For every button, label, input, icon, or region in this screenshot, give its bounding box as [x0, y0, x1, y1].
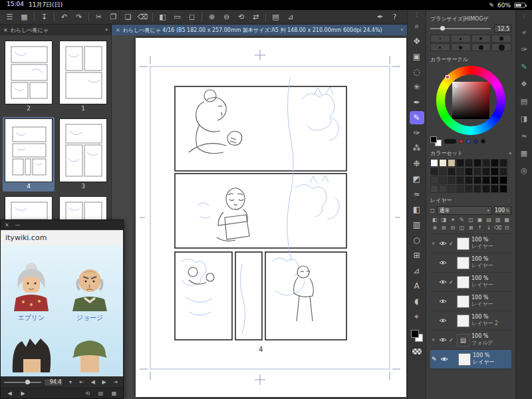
- color-swatch[interactable]: [482, 185, 490, 193]
- color-swatch[interactable]: [499, 159, 507, 167]
- grid-palette-icon[interactable]: ▦: [521, 149, 527, 158]
- brush-palette-icon[interactable]: ✑: [521, 45, 527, 54]
- zoom-out-icon[interactable]: ⊖: [219, 11, 233, 23]
- paste-icon[interactable]: ❏: [121, 11, 135, 23]
- layer-action-icon[interactable]: ▣: [475, 217, 485, 223]
- grid-icon[interactable]: ▤: [269, 11, 283, 23]
- color-swatch[interactable]: [499, 168, 507, 176]
- layer-action-icon[interactable]: ▾: [448, 217, 458, 223]
- list-palette-icon[interactable]: ▤: [521, 97, 527, 106]
- color-swatch[interactable]: [491, 176, 499, 184]
- foreground-color-chip[interactable]: [430, 136, 437, 143]
- close-icon[interactable]: ✕: [5, 222, 9, 228]
- layer-action-icon[interactable]: ⊞: [440, 225, 449, 231]
- visibility-eye-icon[interactable]: [440, 356, 448, 362]
- layer-thumbnail[interactable]: [457, 237, 469, 250]
- brush-size-slider[interactable]: [430, 28, 491, 29]
- color-swatch[interactable]: [439, 168, 447, 176]
- tool-ruler[interactable]: ⊿: [410, 264, 424, 277]
- cut-icon[interactable]: ✂: [92, 11, 106, 23]
- prev-icon[interactable]: ◀: [88, 379, 97, 385]
- foreground-background-colors[interactable]: [411, 330, 423, 342]
- sv-cursor[interactable]: [454, 84, 458, 88]
- manga-page[interactable]: 4: [136, 38, 406, 397]
- color-swatch[interactable]: [499, 176, 507, 184]
- layer-action-icon[interactable]: ⊠: [466, 225, 475, 231]
- close-icon[interactable]: ✕: [3, 27, 8, 33]
- copy-icon[interactable]: ❐: [106, 11, 120, 23]
- color-swatch[interactable]: [473, 185, 481, 193]
- rotate-icon[interactable]: ⟲: [234, 11, 248, 23]
- tool-frame[interactable]: ⊞: [410, 249, 424, 262]
- minimize-icon[interactable]: —: [15, 222, 21, 228]
- page-manager-tab[interactable]: ✕ わらしべ長にゃ ▾: [0, 25, 112, 35]
- page-thumbnail-selected[interactable]: 4: [3, 117, 55, 192]
- layer-thumbnail[interactable]: [457, 257, 469, 269]
- subview-image[interactable]: エブリン ジョージ: [1, 245, 123, 376]
- color-swatch[interactable]: [491, 185, 499, 193]
- color-swatch[interactable]: [439, 185, 447, 193]
- color-swatch[interactable]: [439, 176, 447, 184]
- visibility-eye-icon[interactable]: [438, 279, 447, 285]
- color-swatch[interactable]: [430, 168, 438, 176]
- grid-icon[interactable]: ▦: [110, 390, 118, 396]
- quick-color-navy[interactable]: [473, 139, 478, 144]
- quick-color-black[interactable]: [481, 139, 485, 144]
- dock-handle-icon[interactable]: ⋮: [521, 13, 527, 19]
- tool-pen[interactable]: ✒: [410, 96, 424, 109]
- menu-icon[interactable]: ☰: [3, 11, 17, 23]
- visibility-eye-icon[interactable]: [438, 337, 447, 342]
- redo-icon[interactable]: ↷: [72, 11, 86, 23]
- color-swatch[interactable]: [499, 185, 507, 193]
- brush-size-value[interactable]: 12.5: [494, 25, 511, 33]
- layer-row-selected[interactable]: ✎ 100 %レイヤー: [430, 350, 511, 369]
- brush-size-preset[interactable]: [430, 43, 450, 51]
- layer-color-icon[interactable]: ◻: [430, 207, 435, 213]
- nav-next-icon[interactable]: ▶: [19, 390, 27, 396]
- quick-color-red[interactable]: [459, 139, 464, 144]
- color-swatch[interactable]: [439, 159, 447, 167]
- fill-icon[interactable]: ◧: [156, 11, 170, 23]
- check-icon[interactable]: ✓: [449, 241, 455, 247]
- visibility-eye-icon[interactable]: [438, 241, 447, 246]
- workspace-icon[interactable]: ▦: [17, 11, 31, 23]
- foreground-color-chip[interactable]: [411, 330, 419, 338]
- visibility-eye-icon[interactable]: [438, 318, 447, 323]
- page-thumbnail-image[interactable]: [5, 41, 53, 104]
- check-icon[interactable]: ✓: [449, 337, 455, 343]
- updown-icon[interactable]: ⇅: [505, 208, 509, 213]
- blend-palette-icon[interactable]: ≈: [521, 132, 527, 140]
- folder-icon[interactable]: ▤: [457, 334, 469, 346]
- saturation-value-square[interactable]: [452, 82, 489, 119]
- current-colors[interactable]: [430, 136, 442, 146]
- layer-action-icon[interactable]: ◨: [440, 217, 449, 223]
- color-swatch[interactable]: [448, 176, 456, 184]
- first-icon[interactable]: ⇤: [77, 379, 86, 385]
- navigator-palette-icon[interactable]: ◎: [521, 166, 527, 175]
- visibility-eye-icon[interactable]: [438, 299, 447, 304]
- brush-size-preset[interactable]: [451, 35, 471, 43]
- layer-action-icon[interactable]: ◫: [458, 225, 467, 231]
- chevron-down-icon[interactable]: ▾: [509, 151, 511, 156]
- tool-eraser[interactable]: ◩: [410, 172, 424, 186]
- expander-icon[interactable]: ∨: [432, 337, 436, 342]
- layer-action-icon[interactable]: ◧: [430, 217, 440, 223]
- color-swatch[interactable]: [491, 159, 499, 167]
- document-tab[interactable]: ✕ わらしべ長にゃ 4/16 (B5 182.00 x 257.00mm 製本サ…: [112, 25, 407, 35]
- help-icon[interactable]: ?: [388, 11, 402, 23]
- page-thumbnail[interactable]: 2: [3, 39, 55, 114]
- canvas-area[interactable]: 4: [112, 35, 407, 399]
- tool-move[interactable]: ✥: [410, 35, 424, 48]
- tool-figure[interactable]: ○: [410, 233, 424, 247]
- next-icon[interactable]: ▶: [100, 379, 108, 385]
- tool-airbrush[interactable]: ⁂: [410, 142, 424, 155]
- layer-action-icon[interactable]: ✎: [458, 217, 467, 223]
- tool-operation[interactable]: ▣: [410, 50, 424, 63]
- zoom-slider[interactable]: [4, 382, 41, 383]
- nav-prev-icon[interactable]: ◀: [5, 390, 14, 396]
- layer-action-icon[interactable]: ▦: [503, 217, 512, 223]
- flip-icon[interactable]: ⇄: [249, 11, 263, 23]
- layer-row[interactable]: 100 %レイヤー: [430, 253, 511, 273]
- save-icon[interactable]: ↧: [37, 11, 51, 23]
- hue-cursor[interactable]: [446, 75, 450, 79]
